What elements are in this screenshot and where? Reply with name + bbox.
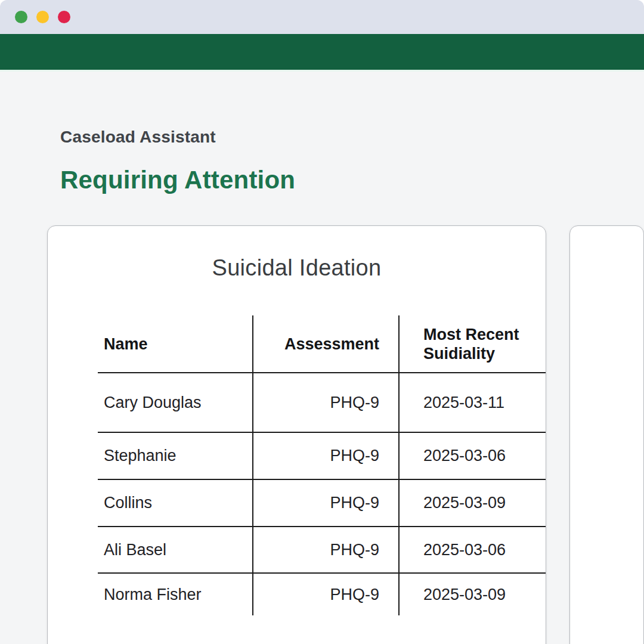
table-cell-assessment: PHQ-9 [252,527,398,574]
table-cell-date: 2025-03-09 [398,480,546,527]
cards-row: Suicidal Ideation Name Assessment Most R… [47,225,644,644]
column-header-name: Name [98,315,252,373]
window-titlebar [0,0,644,34]
suicidal-ideation-card: Suicidal Ideation Name Assessment Most R… [47,225,546,644]
table-cell-name: Cary Douglas [98,373,252,433]
next-card-partial [569,225,644,644]
column-header-assessment: Assessment [252,315,398,373]
window-yellow-light-icon[interactable] [36,11,49,23]
table-cell-date: 2025-03-06 [398,527,546,574]
table-cell-date: 2025-03-06 [398,433,546,480]
table-cell-name: Norma Fisher [98,574,252,615]
table-cell-date: 2025-03-11 [398,373,546,433]
page-title: Requiring Attention [60,163,644,197]
table-cell-assessment: PHQ-9 [252,433,398,480]
table-cell-assessment: PHQ-9 [252,373,398,433]
table-cell-date: 2025-03-09 [398,574,546,615]
app-window: Caseload Assistant Requiring Attention S… [0,0,644,644]
window-red-light-icon[interactable] [58,11,70,23]
table-cell-assessment: PHQ-9 [252,480,398,527]
page-content: Caseload Assistant Requiring Attention S… [0,126,644,644]
column-header-most-recent-suidiality: Most Recent Suidiality [398,315,546,373]
table-cell-assessment: PHQ-9 [252,574,398,615]
patients-table: Name Assessment Most Recent Suidiality C… [98,315,546,615]
card-title: Suicidal Ideation [48,255,546,281]
table-cell-name: Stephanie [98,433,252,480]
table-cell-name: Ali Basel [98,527,252,574]
app-title: Caseload Assistant [60,126,644,148]
window-green-light-icon[interactable] [15,11,27,23]
app-header-bar [0,34,644,72]
table-cell-name: Collins [98,480,252,527]
